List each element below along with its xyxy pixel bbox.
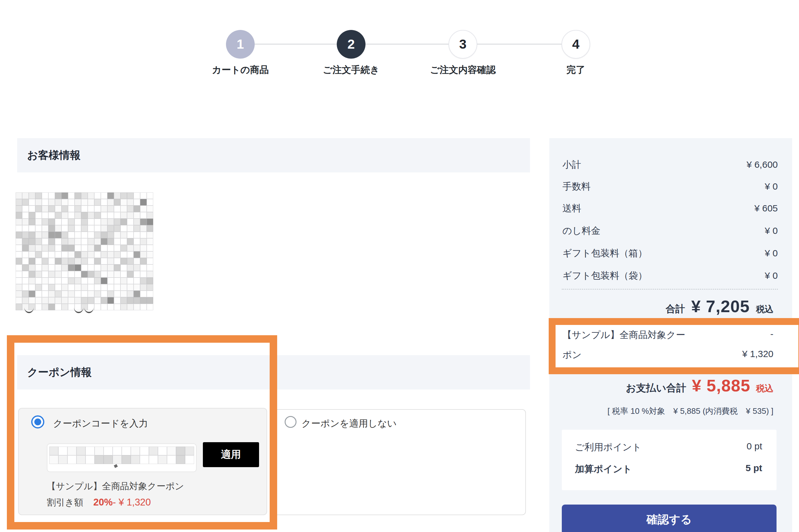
step-label-complete: 完了 (513, 63, 638, 76)
applied-coupon-name: 【サンプル】全商品対象クーポン (47, 480, 184, 493)
total-label: 合計 (666, 303, 685, 316)
discount-amount: - ¥ 1,320 (113, 497, 151, 508)
apply-coupon-button[interactable]: 適用 (203, 442, 259, 467)
sidebar-coupon-minus: - (770, 329, 774, 341)
summary-row-noshi: のし料金 ¥ 0 (562, 224, 778, 238)
customer-info-section-header: お客様情報 (17, 138, 530, 172)
total-tax-note: 税込 (756, 303, 774, 315)
summary-row-value: ¥ 6,600 (747, 158, 778, 172)
step-circle-order-procedure: 2 (337, 30, 365, 59)
summary-row-shipping: 送料 ¥ 605 (562, 202, 778, 215)
summary-row-value: ¥ 0 (765, 246, 778, 260)
points-earn-value: 5 pt (746, 463, 762, 476)
censored-customer-info-mosaic (16, 192, 154, 310)
confirm-button[interactable]: 確認する (562, 505, 777, 532)
confirm-button-label: 確認する (647, 512, 692, 532)
summary-row-label: 手数料 (562, 179, 591, 193)
summary-row-label: 小計 (562, 158, 581, 172)
step-circle-cart: 1 (226, 30, 255, 59)
customer-info-title: お客様情報 (27, 148, 80, 163)
summary-row-label: のし料金 (562, 224, 600, 238)
summary-row-label: ギフト包装料（袋） (562, 269, 647, 283)
total-row: 合計 ¥ 7,205 税込 (562, 297, 774, 316)
points-earn-label: 加算ポイント (575, 463, 632, 476)
step-number: 2 (347, 37, 355, 52)
step-circle-complete: 4 (562, 30, 590, 59)
points-use-label: ご利用ポイント (575, 441, 642, 454)
stepper-connector (255, 44, 337, 44)
discount-rate: 20% (93, 497, 113, 508)
coupon-info-title: クーポン情報 (27, 365, 91, 380)
stepper-connector (365, 44, 449, 44)
summary-row-giftwrap-box: ギフト包装料（箱） ¥ 0 (562, 246, 778, 260)
summary-row-value: ¥ 0 (765, 179, 778, 193)
radio-unselected-icon[interactable] (285, 416, 296, 428)
sidebar-coupon-line2: ポン ¥ 1,320 (562, 349, 774, 361)
stepper-connector (477, 44, 562, 44)
sidebar-coupon-name: ポン (562, 349, 581, 361)
apply-coupon-button-label: 適用 (221, 448, 241, 461)
discount-label: 割引き額 (47, 497, 83, 507)
points-use-row: ご利用ポイント 0 pt (575, 441, 762, 454)
order-summary-panel: 小計 ¥ 6,600 手数料 ¥ 0 送料 ¥ 605 のし料金 ¥ 0 ギフト… (549, 138, 792, 532)
summary-divider (562, 289, 778, 290)
payment-total-tax-note: 税込 (756, 383, 774, 395)
summary-row-subtotal: 小計 ¥ 6,600 (562, 158, 778, 172)
highlight-box-coupon-discount-line: 【サンプル】全商品対象クー - ポン ¥ 1,320 (549, 318, 799, 374)
step-number: 1 (237, 37, 244, 52)
step-circle-order-confirm: 3 (449, 30, 477, 59)
points-use-value: 0 pt (747, 441, 762, 454)
step-label-cart: カートの商品 (178, 63, 303, 76)
discount-row: 割引き額 20%- ¥ 1,320 (47, 496, 151, 509)
summary-row-value: ¥ 605 (755, 202, 778, 215)
summary-row-giftwrap-bag: ギフト包装料（袋） ¥ 0 (562, 269, 778, 283)
step-label-order-procedure: ご注文手続き (289, 63, 414, 76)
sidebar-coupon-name: 【サンプル】全商品対象クー (562, 329, 685, 341)
sidebar-coupon-amount: ¥ 1,320 (742, 349, 774, 361)
step-number: 3 (459, 37, 466, 52)
censored-text-remnant (74, 307, 83, 313)
summary-row-value: ¥ 0 (765, 269, 778, 283)
radio-selected-icon[interactable] (31, 415, 44, 429)
summary-row-value: ¥ 0 (765, 224, 778, 238)
step-number: 4 (572, 37, 579, 52)
sidebar-coupon-line1: 【サンプル】全商品対象クー - (562, 329, 774, 341)
total-amount: ¥ 7,205 (691, 297, 750, 316)
coupon-enter-code-label[interactable]: クーポンコードを入力 (53, 417, 148, 430)
summary-row-fee: 手数料 ¥ 0 (562, 179, 778, 193)
censored-text-remnant (84, 307, 94, 313)
summary-row-label: ギフト包装料（箱） (562, 246, 647, 260)
payment-total-row: お支払い合計 ¥ 5,885 税込 (562, 376, 774, 395)
censored-text-remnant (24, 307, 34, 313)
step-label-order-confirm: ご注文内容確認 (400, 63, 525, 76)
coupon-none-label[interactable]: クーポンを適用しない (302, 417, 397, 430)
points-card: ご利用ポイント 0 pt 加算ポイント 5 pt (562, 430, 777, 490)
summary-row-label: 送料 (562, 202, 581, 215)
tax-detail-note: [ 税率 10 %対象 ¥ 5,885 (内消費税 ¥ 535) ] (562, 406, 774, 417)
coupon-info-section-header: クーポン情報 (17, 355, 530, 390)
payment-total-label: お支払い合計 (626, 381, 686, 395)
points-earn-row: 加算ポイント 5 pt (575, 463, 762, 476)
censored-coupon-code-mosaic (49, 446, 194, 464)
payment-total-amount: ¥ 5,885 (692, 376, 750, 395)
